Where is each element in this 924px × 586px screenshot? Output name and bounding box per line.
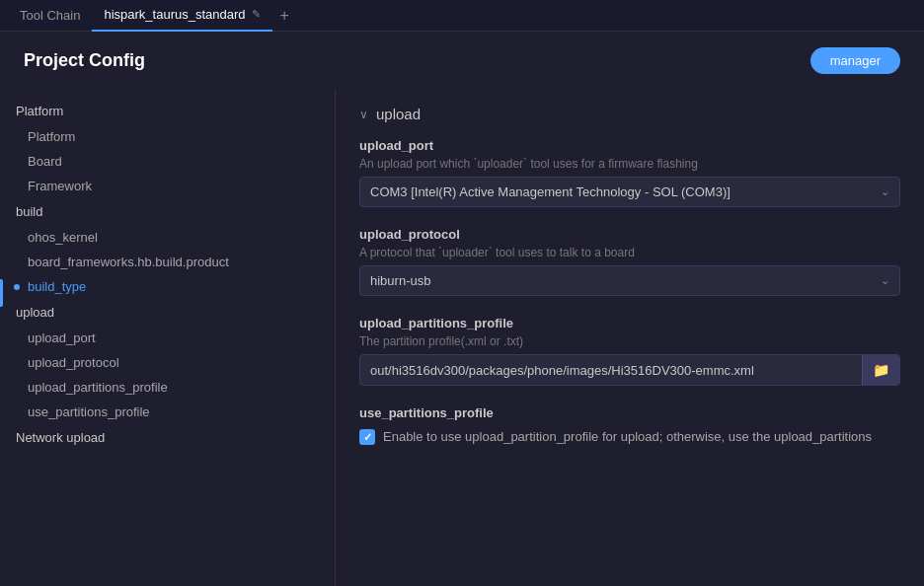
tab-toolchain-label: Tool Chain — [20, 8, 80, 23]
upload-protocol-value: hiburn-usb — [370, 273, 430, 288]
tab-toolchain[interactable]: Tool Chain — [8, 0, 92, 32]
upload-protocol-label: upload_protocol — [359, 227, 900, 242]
use-partitions-profile-checkbox-label: Enable to use upload_partition_profile f… — [383, 428, 872, 446]
upload-partitions-profile-desc: The partition profile(.xml or .txt) — [359, 334, 900, 348]
upload-partitions-profile-value: out/hi3516dv300/packages/phone/images/Hi… — [360, 356, 862, 385]
field-upload-partitions-profile: upload_partitions_profile The partition … — [359, 316, 900, 386]
upload-protocol-desc: A protocol that `uploader` tool uses to … — [359, 246, 900, 259]
upload-port-chevron-icon: ⌄ — [881, 185, 889, 198]
use-partitions-profile-checkbox[interactable]: ✓ — [359, 429, 375, 445]
tab-hispark-label: hispark_taurus_standard — [104, 7, 245, 22]
field-upload-protocol: upload_protocol A protocol that `uploade… — [359, 227, 900, 296]
section-header: ∨ upload — [359, 106, 900, 122]
sidebar-group-platform: Platform — [0, 98, 335, 124]
tab-bar: Tool Chain hispark_taurus_standard ✎ + — [0, 0, 924, 32]
sidebar: Platform Platform Board Framework build … — [0, 90, 336, 586]
tab-hispark[interactable]: hispark_taurus_standard ✎ — [92, 0, 271, 32]
upload-protocol-chevron-icon: ⌄ — [881, 274, 889, 287]
upload-partitions-profile-label: upload_partitions_profile — [359, 316, 900, 330]
manager-button[interactable]: manager — [810, 47, 900, 74]
checkbox-row: ✓ Enable to use upload_partition_profile… — [359, 428, 900, 446]
use-partitions-profile-label: use_partitions_profile — [359, 405, 900, 420]
upload-port-label: upload_port — [359, 138, 900, 153]
sidebar-item-build-type[interactable]: build_type — [0, 274, 335, 299]
main-layout: Platform Platform Board Framework build … — [0, 90, 924, 586]
section-title: upload — [376, 106, 421, 122]
sidebar-item-platform[interactable]: Platform — [0, 124, 335, 149]
tab-add-button[interactable]: + — [272, 7, 297, 25]
edit-icon[interactable]: ✎ — [252, 8, 261, 21]
upload-port-value: COM3 [Intel(R) Active Management Technol… — [370, 184, 731, 199]
sidebar-item-framework[interactable]: Framework — [0, 174, 335, 198]
sidebar-group-build: build — [0, 198, 335, 225]
sidebar-item-ohos-kernel[interactable]: ohos_kernel — [0, 225, 335, 250]
folder-icon: 📁 — [873, 362, 889, 378]
sidebar-item-upload-protocol[interactable]: upload_protocol — [0, 350, 335, 375]
content-area: ∨ upload upload_port An upload port whic… — [336, 90, 924, 586]
sidebar-item-board[interactable]: Board — [0, 149, 335, 174]
page-title: Project Config — [24, 50, 145, 71]
upload-partitions-profile-file-field: out/hi3516dv300/packages/phone/images/Hi… — [359, 354, 900, 386]
file-browse-button[interactable]: 📁 — [862, 355, 899, 385]
section-chevron-icon[interactable]: ∨ — [359, 108, 368, 121]
upload-port-select[interactable]: COM3 [Intel(R) Active Management Technol… — [359, 177, 900, 207]
sidebar-item-upload-partitions-profile[interactable]: upload_partitions_profile — [0, 375, 335, 400]
sidebar-item-upload-port[interactable]: upload_port — [0, 326, 335, 350]
sidebar-item-use-partitions-profile[interactable]: use_partitions_profile — [0, 400, 335, 424]
sidebar-group-upload: upload — [0, 299, 335, 326]
field-use-partitions-profile: use_partitions_profile ✓ Enable to use u… — [359, 405, 900, 446]
upload-port-desc: An upload port which `uploader` tool use… — [359, 157, 900, 171]
field-upload-port: upload_port An upload port which `upload… — [359, 138, 900, 207]
upload-protocol-select[interactable]: hiburn-usb ⌄ — [359, 265, 900, 296]
sidebar-item-board-frameworks[interactable]: board_frameworks.hb.build.product — [0, 250, 335, 274]
page-header: Project Config manager — [0, 32, 924, 90]
active-indicator — [0, 279, 3, 307]
sidebar-group-network-upload: Network upload — [0, 424, 335, 451]
check-icon: ✓ — [363, 431, 372, 444]
